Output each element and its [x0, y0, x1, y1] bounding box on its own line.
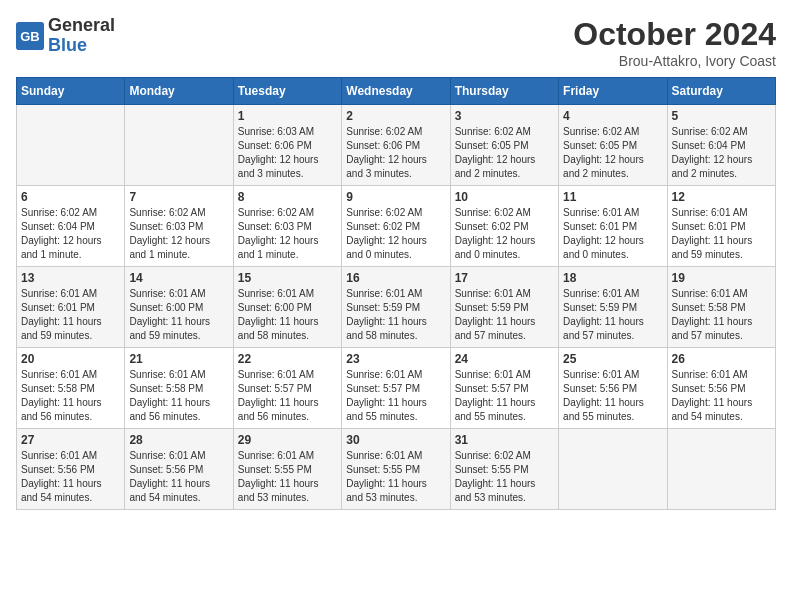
calendar-cell: 9Sunrise: 6:02 AM Sunset: 6:02 PM Daylig… — [342, 186, 450, 267]
calendar-cell: 14Sunrise: 6:01 AM Sunset: 6:00 PM Dayli… — [125, 267, 233, 348]
cell-content: Sunrise: 6:01 AM Sunset: 5:59 PM Dayligh… — [563, 287, 662, 343]
calendar-cell — [17, 105, 125, 186]
page-header: GB General Blue October 2024 Brou-Attakr… — [16, 16, 776, 69]
calendar-cell: 5Sunrise: 6:02 AM Sunset: 6:04 PM Daylig… — [667, 105, 775, 186]
cell-content: Sunrise: 6:02 AM Sunset: 6:04 PM Dayligh… — [21, 206, 120, 262]
calendar-cell: 16Sunrise: 6:01 AM Sunset: 5:59 PM Dayli… — [342, 267, 450, 348]
cell-content: Sunrise: 6:02 AM Sunset: 6:05 PM Dayligh… — [563, 125, 662, 181]
cell-content: Sunrise: 6:02 AM Sunset: 5:55 PM Dayligh… — [455, 449, 554, 505]
day-number: 21 — [129, 352, 228, 366]
cell-content: Sunrise: 6:01 AM Sunset: 6:01 PM Dayligh… — [563, 206, 662, 262]
day-number: 18 — [563, 271, 662, 285]
svg-text:GB: GB — [20, 28, 40, 43]
day-number: 15 — [238, 271, 337, 285]
day-number: 3 — [455, 109, 554, 123]
calendar-cell: 10Sunrise: 6:02 AM Sunset: 6:02 PM Dayli… — [450, 186, 558, 267]
day-number: 22 — [238, 352, 337, 366]
weekday-header-sunday: Sunday — [17, 78, 125, 105]
calendar-cell: 8Sunrise: 6:02 AM Sunset: 6:03 PM Daylig… — [233, 186, 341, 267]
weekday-header-saturday: Saturday — [667, 78, 775, 105]
cell-content: Sunrise: 6:01 AM Sunset: 5:56 PM Dayligh… — [21, 449, 120, 505]
calendar-cell: 28Sunrise: 6:01 AM Sunset: 5:56 PM Dayli… — [125, 429, 233, 510]
day-number: 10 — [455, 190, 554, 204]
calendar-cell: 27Sunrise: 6:01 AM Sunset: 5:56 PM Dayli… — [17, 429, 125, 510]
cell-content: Sunrise: 6:01 AM Sunset: 5:59 PM Dayligh… — [346, 287, 445, 343]
logo-blue-text: Blue — [48, 35, 87, 55]
cell-content: Sunrise: 6:01 AM Sunset: 5:59 PM Dayligh… — [455, 287, 554, 343]
cell-content: Sunrise: 6:02 AM Sunset: 6:04 PM Dayligh… — [672, 125, 771, 181]
calendar-week-row: 6Sunrise: 6:02 AM Sunset: 6:04 PM Daylig… — [17, 186, 776, 267]
cell-content: Sunrise: 6:01 AM Sunset: 5:58 PM Dayligh… — [129, 368, 228, 424]
calendar-cell: 17Sunrise: 6:01 AM Sunset: 5:59 PM Dayli… — [450, 267, 558, 348]
day-number: 12 — [672, 190, 771, 204]
calendar-week-row: 27Sunrise: 6:01 AM Sunset: 5:56 PM Dayli… — [17, 429, 776, 510]
day-number: 17 — [455, 271, 554, 285]
calendar-cell: 31Sunrise: 6:02 AM Sunset: 5:55 PM Dayli… — [450, 429, 558, 510]
day-number: 1 — [238, 109, 337, 123]
calendar-cell — [667, 429, 775, 510]
cell-content: Sunrise: 6:01 AM Sunset: 6:00 PM Dayligh… — [129, 287, 228, 343]
calendar-cell: 18Sunrise: 6:01 AM Sunset: 5:59 PM Dayli… — [559, 267, 667, 348]
calendar-week-row: 13Sunrise: 6:01 AM Sunset: 6:01 PM Dayli… — [17, 267, 776, 348]
day-number: 20 — [21, 352, 120, 366]
day-number: 11 — [563, 190, 662, 204]
day-number: 26 — [672, 352, 771, 366]
cell-content: Sunrise: 6:02 AM Sunset: 6:03 PM Dayligh… — [238, 206, 337, 262]
weekday-header-thursday: Thursday — [450, 78, 558, 105]
weekday-header-monday: Monday — [125, 78, 233, 105]
calendar-header-row: SundayMondayTuesdayWednesdayThursdayFrid… — [17, 78, 776, 105]
day-number: 4 — [563, 109, 662, 123]
day-number: 28 — [129, 433, 228, 447]
weekday-header-friday: Friday — [559, 78, 667, 105]
calendar-cell — [125, 105, 233, 186]
cell-content: Sunrise: 6:02 AM Sunset: 6:05 PM Dayligh… — [455, 125, 554, 181]
day-number: 5 — [672, 109, 771, 123]
cell-content: Sunrise: 6:01 AM Sunset: 5:57 PM Dayligh… — [238, 368, 337, 424]
location-subtitle: Brou-Attakro, Ivory Coast — [573, 53, 776, 69]
day-number: 23 — [346, 352, 445, 366]
day-number: 7 — [129, 190, 228, 204]
calendar-cell: 21Sunrise: 6:01 AM Sunset: 5:58 PM Dayli… — [125, 348, 233, 429]
calendar-cell: 22Sunrise: 6:01 AM Sunset: 5:57 PM Dayli… — [233, 348, 341, 429]
cell-content: Sunrise: 6:02 AM Sunset: 6:06 PM Dayligh… — [346, 125, 445, 181]
day-number: 19 — [672, 271, 771, 285]
cell-content: Sunrise: 6:01 AM Sunset: 5:56 PM Dayligh… — [563, 368, 662, 424]
cell-content: Sunrise: 6:02 AM Sunset: 6:03 PM Dayligh… — [129, 206, 228, 262]
cell-content: Sunrise: 6:01 AM Sunset: 5:55 PM Dayligh… — [346, 449, 445, 505]
calendar-week-row: 1Sunrise: 6:03 AM Sunset: 6:06 PM Daylig… — [17, 105, 776, 186]
calendar-cell: 26Sunrise: 6:01 AM Sunset: 5:56 PM Dayli… — [667, 348, 775, 429]
calendar-cell: 12Sunrise: 6:01 AM Sunset: 6:01 PM Dayli… — [667, 186, 775, 267]
day-number: 14 — [129, 271, 228, 285]
calendar-cell: 4Sunrise: 6:02 AM Sunset: 6:05 PM Daylig… — [559, 105, 667, 186]
calendar-cell: 2Sunrise: 6:02 AM Sunset: 6:06 PM Daylig… — [342, 105, 450, 186]
day-number: 31 — [455, 433, 554, 447]
calendar-cell: 29Sunrise: 6:01 AM Sunset: 5:55 PM Dayli… — [233, 429, 341, 510]
cell-content: Sunrise: 6:01 AM Sunset: 5:55 PM Dayligh… — [238, 449, 337, 505]
day-number: 8 — [238, 190, 337, 204]
day-number: 24 — [455, 352, 554, 366]
day-number: 29 — [238, 433, 337, 447]
logo-general-text: General — [48, 15, 115, 35]
calendar-cell: 30Sunrise: 6:01 AM Sunset: 5:55 PM Dayli… — [342, 429, 450, 510]
day-number: 27 — [21, 433, 120, 447]
calendar-cell: 3Sunrise: 6:02 AM Sunset: 6:05 PM Daylig… — [450, 105, 558, 186]
calendar-body: 1Sunrise: 6:03 AM Sunset: 6:06 PM Daylig… — [17, 105, 776, 510]
calendar-cell: 1Sunrise: 6:03 AM Sunset: 6:06 PM Daylig… — [233, 105, 341, 186]
calendar-cell: 6Sunrise: 6:02 AM Sunset: 6:04 PM Daylig… — [17, 186, 125, 267]
calendar-table: SundayMondayTuesdayWednesdayThursdayFrid… — [16, 77, 776, 510]
calendar-cell: 7Sunrise: 6:02 AM Sunset: 6:03 PM Daylig… — [125, 186, 233, 267]
day-number: 6 — [21, 190, 120, 204]
cell-content: Sunrise: 6:01 AM Sunset: 5:57 PM Dayligh… — [346, 368, 445, 424]
day-number: 9 — [346, 190, 445, 204]
cell-content: Sunrise: 6:02 AM Sunset: 6:02 PM Dayligh… — [455, 206, 554, 262]
calendar-cell: 19Sunrise: 6:01 AM Sunset: 5:58 PM Dayli… — [667, 267, 775, 348]
calendar-cell: 11Sunrise: 6:01 AM Sunset: 6:01 PM Dayli… — [559, 186, 667, 267]
calendar-cell: 20Sunrise: 6:01 AM Sunset: 5:58 PM Dayli… — [17, 348, 125, 429]
cell-content: Sunrise: 6:01 AM Sunset: 5:58 PM Dayligh… — [21, 368, 120, 424]
cell-content: Sunrise: 6:01 AM Sunset: 6:01 PM Dayligh… — [672, 206, 771, 262]
weekday-header-wednesday: Wednesday — [342, 78, 450, 105]
logo-icon: GB — [16, 22, 44, 50]
month-year-title: October 2024 — [573, 16, 776, 53]
calendar-cell: 25Sunrise: 6:01 AM Sunset: 5:56 PM Dayli… — [559, 348, 667, 429]
day-number: 2 — [346, 109, 445, 123]
